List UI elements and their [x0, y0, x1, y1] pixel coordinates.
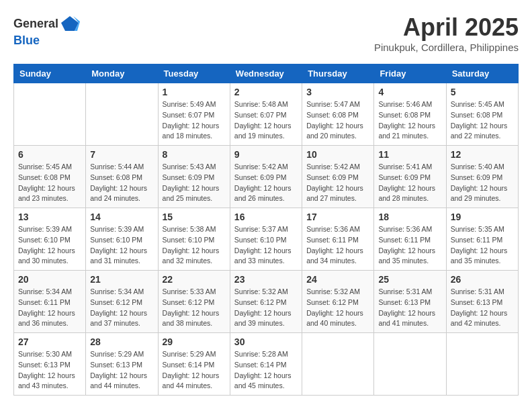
- col-monday: Monday: [86, 64, 158, 83]
- day-number: 8: [163, 149, 226, 160]
- table-row: 18Sunrise: 5:36 AM Sunset: 6:11 PM Dayli…: [374, 208, 446, 271]
- header: General Blue April 2025 Pinukpuk, Cordil…: [13, 13, 519, 53]
- day-detail: Sunrise: 5:42 AM Sunset: 6:09 PM Dayligh…: [306, 162, 369, 204]
- day-number: 9: [234, 149, 298, 160]
- table-row: 28Sunrise: 5:29 AM Sunset: 6:13 PM Dayli…: [86, 333, 158, 396]
- day-detail: Sunrise: 5:30 AM Sunset: 6:13 PM Dayligh…: [18, 349, 81, 392]
- day-detail: Sunrise: 5:41 AM Sunset: 6:09 PM Dayligh…: [378, 162, 441, 204]
- day-number: 12: [451, 149, 514, 160]
- day-number: 13: [18, 212, 81, 222]
- day-detail: Sunrise: 5:31 AM Sunset: 6:13 PM Dayligh…: [378, 287, 441, 329]
- day-number: 2: [234, 87, 298, 97]
- day-number: 1: [163, 87, 226, 97]
- table-row: 4Sunrise: 5:46 AM Sunset: 6:08 PM Daylig…: [374, 83, 446, 146]
- day-detail: Sunrise: 5:46 AM Sunset: 6:08 PM Dayligh…: [378, 99, 441, 142]
- day-detail: Sunrise: 5:28 AM Sunset: 6:14 PM Dayligh…: [234, 349, 298, 392]
- table-row: 15Sunrise: 5:38 AM Sunset: 6:10 PM Dayli…: [158, 208, 230, 271]
- table-row: 11Sunrise: 5:41 AM Sunset: 6:09 PM Dayli…: [374, 146, 446, 208]
- table-row: [86, 83, 158, 146]
- table-row: 3Sunrise: 5:47 AM Sunset: 6:08 PM Daylig…: [302, 83, 374, 146]
- day-detail: Sunrise: 5:35 AM Sunset: 6:11 PM Dayligh…: [451, 224, 514, 267]
- day-detail: Sunrise: 5:32 AM Sunset: 6:12 PM Dayligh…: [306, 287, 369, 329]
- day-number: 3: [306, 87, 369, 97]
- day-detail: Sunrise: 5:37 AM Sunset: 6:10 PM Dayligh…: [234, 224, 298, 267]
- table-row: 6Sunrise: 5:45 AM Sunset: 6:08 PM Daylig…: [14, 146, 86, 208]
- day-detail: Sunrise: 5:39 AM Sunset: 6:10 PM Dayligh…: [90, 224, 153, 267]
- calendar-week-row: 13Sunrise: 5:39 AM Sunset: 6:10 PM Dayli…: [14, 208, 519, 271]
- table-row: 26Sunrise: 5:31 AM Sunset: 6:13 PM Dayli…: [446, 271, 518, 333]
- day-number: 30: [234, 336, 298, 347]
- day-number: 11: [378, 149, 441, 160]
- col-sunday: Sunday: [14, 64, 86, 83]
- day-detail: Sunrise: 5:34 AM Sunset: 6:11 PM Dayligh…: [18, 287, 81, 329]
- table-row: [302, 333, 374, 396]
- title-section: April 2025 Pinukpuk, Cordillera, Philipp…: [374, 13, 519, 53]
- day-number: 14: [90, 212, 153, 222]
- table-row: 9Sunrise: 5:42 AM Sunset: 6:09 PM Daylig…: [230, 146, 302, 208]
- col-tuesday: Tuesday: [158, 64, 230, 83]
- table-row: 1Sunrise: 5:49 AM Sunset: 6:07 PM Daylig…: [158, 83, 230, 146]
- day-number: 23: [234, 274, 298, 285]
- day-detail: Sunrise: 5:45 AM Sunset: 6:08 PM Dayligh…: [451, 99, 514, 142]
- table-row: 14Sunrise: 5:39 AM Sunset: 6:10 PM Dayli…: [86, 208, 158, 271]
- calendar-week-row: 27Sunrise: 5:30 AM Sunset: 6:13 PM Dayli…: [14, 333, 519, 396]
- col-friday: Friday: [374, 64, 446, 83]
- table-row: 12Sunrise: 5:40 AM Sunset: 6:09 PM Dayli…: [446, 146, 518, 208]
- day-detail: Sunrise: 5:31 AM Sunset: 6:13 PM Dayligh…: [451, 287, 514, 329]
- day-number: 5: [451, 87, 514, 97]
- logo: General Blue: [13, 13, 80, 48]
- calendar-table: Sunday Monday Tuesday Wednesday Thursday…: [13, 64, 519, 396]
- day-number: 20: [18, 274, 81, 285]
- day-detail: Sunrise: 5:36 AM Sunset: 6:11 PM Dayligh…: [378, 224, 441, 267]
- day-detail: Sunrise: 5:33 AM Sunset: 6:12 PM Dayligh…: [163, 287, 226, 329]
- table-row: 2Sunrise: 5:48 AM Sunset: 6:07 PM Daylig…: [230, 83, 302, 146]
- day-detail: Sunrise: 5:48 AM Sunset: 6:07 PM Dayligh…: [234, 99, 298, 142]
- day-detail: Sunrise: 5:42 AM Sunset: 6:09 PM Dayligh…: [234, 162, 298, 204]
- day-number: 28: [90, 336, 153, 347]
- table-row: 16Sunrise: 5:37 AM Sunset: 6:10 PM Dayli…: [230, 208, 302, 271]
- day-number: 25: [378, 274, 441, 285]
- day-detail: Sunrise: 5:29 AM Sunset: 6:14 PM Dayligh…: [163, 349, 226, 392]
- day-number: 4: [378, 87, 441, 97]
- table-row: 8Sunrise: 5:43 AM Sunset: 6:09 PM Daylig…: [158, 146, 230, 208]
- day-number: 22: [163, 274, 226, 285]
- table-row: 5Sunrise: 5:45 AM Sunset: 6:08 PM Daylig…: [446, 83, 518, 146]
- day-detail: Sunrise: 5:43 AM Sunset: 6:09 PM Dayligh…: [163, 162, 226, 204]
- day-detail: Sunrise: 5:34 AM Sunset: 6:12 PM Dayligh…: [90, 287, 153, 329]
- day-detail: Sunrise: 5:36 AM Sunset: 6:11 PM Dayligh…: [306, 224, 369, 267]
- day-number: 15: [163, 212, 226, 222]
- table-row: 10Sunrise: 5:42 AM Sunset: 6:09 PM Dayli…: [302, 146, 374, 208]
- day-number: 17: [306, 212, 369, 222]
- location-title: Pinukpuk, Cordillera, Philippines: [374, 42, 519, 53]
- day-detail: Sunrise: 5:44 AM Sunset: 6:08 PM Dayligh…: [90, 162, 153, 204]
- table-row: 29Sunrise: 5:29 AM Sunset: 6:14 PM Dayli…: [158, 333, 230, 396]
- calendar-week-row: 6Sunrise: 5:45 AM Sunset: 6:08 PM Daylig…: [14, 146, 519, 208]
- day-number: 10: [306, 149, 369, 160]
- calendar-week-row: 1Sunrise: 5:49 AM Sunset: 6:07 PM Daylig…: [14, 83, 519, 146]
- day-detail: Sunrise: 5:49 AM Sunset: 6:07 PM Dayligh…: [163, 99, 226, 142]
- table-row: 20Sunrise: 5:34 AM Sunset: 6:11 PM Dayli…: [14, 271, 86, 333]
- table-row: 30Sunrise: 5:28 AM Sunset: 6:14 PM Dayli…: [230, 333, 302, 396]
- day-number: 18: [378, 212, 441, 222]
- col-thursday: Thursday: [302, 64, 374, 83]
- col-saturday: Saturday: [446, 64, 518, 83]
- calendar-week-row: 20Sunrise: 5:34 AM Sunset: 6:11 PM Dayli…: [14, 271, 519, 333]
- table-row: 7Sunrise: 5:44 AM Sunset: 6:08 PM Daylig…: [86, 146, 158, 208]
- logo-icon: [60, 13, 80, 34]
- day-number: 19: [451, 212, 514, 222]
- table-row: [374, 333, 446, 396]
- table-row: [14, 83, 86, 146]
- day-detail: Sunrise: 5:47 AM Sunset: 6:08 PM Dayligh…: [306, 99, 369, 142]
- table-row: 19Sunrise: 5:35 AM Sunset: 6:11 PM Dayli…: [446, 208, 518, 271]
- table-row: 23Sunrise: 5:32 AM Sunset: 6:12 PM Dayli…: [230, 271, 302, 333]
- day-number: 21: [90, 274, 153, 285]
- logo-general: General: [13, 17, 58, 31]
- day-detail: Sunrise: 5:32 AM Sunset: 6:12 PM Dayligh…: [234, 287, 298, 329]
- logo-blue: Blue: [13, 34, 40, 47]
- table-row: 22Sunrise: 5:33 AM Sunset: 6:12 PM Dayli…: [158, 271, 230, 333]
- month-title: April 2025: [374, 13, 519, 42]
- day-number: 24: [306, 274, 369, 285]
- day-number: 16: [234, 212, 298, 222]
- day-number: 27: [18, 336, 81, 347]
- day-detail: Sunrise: 5:38 AM Sunset: 6:10 PM Dayligh…: [163, 224, 226, 267]
